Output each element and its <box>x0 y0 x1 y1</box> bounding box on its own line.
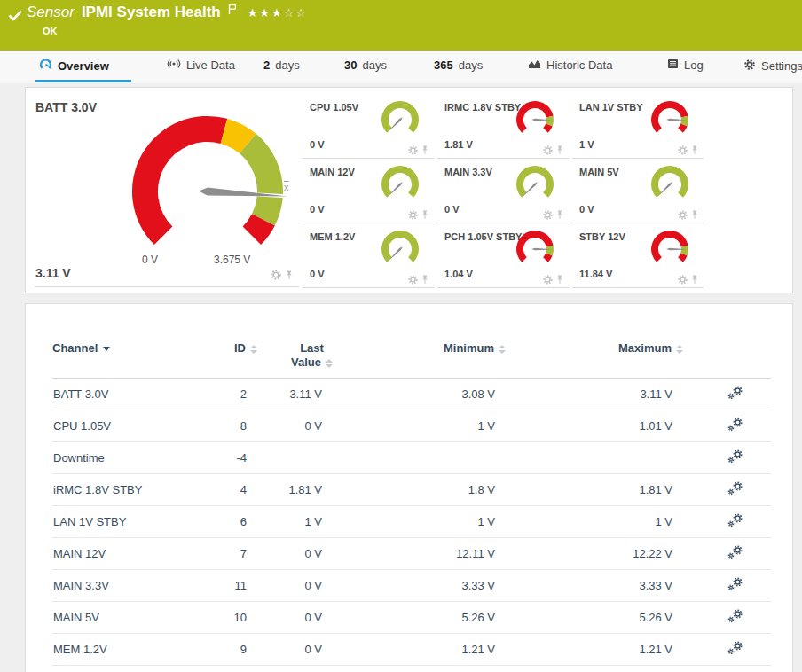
panel-actions <box>408 210 429 220</box>
tab-365-days[interactable]: 365days <box>434 59 483 72</box>
pin-icon[interactable] <box>690 275 699 285</box>
pin-icon[interactable] <box>555 275 564 285</box>
cell-id: 10 <box>208 602 259 634</box>
gear-icon[interactable] <box>271 270 281 280</box>
channel-settings-icon[interactable] <box>727 609 743 623</box>
gauge-panel: PCH 1.05V STBY1.04 V <box>437 226 569 288</box>
tab-30-days[interactable]: 30days <box>344 59 387 72</box>
channel-settings-icon[interactable] <box>727 545 743 559</box>
gauge-panel: MAIN 3.3V0 V <box>437 161 569 223</box>
gauge-value: 0 V <box>310 269 325 279</box>
channel-settings-button[interactable] <box>685 410 771 442</box>
gear-icon[interactable] <box>543 145 553 155</box>
priority-stars[interactable]: ★★★☆☆ <box>248 6 308 20</box>
small-gauge <box>649 230 691 272</box>
page-title: IPMI System Health <box>82 4 221 21</box>
column-header-channel[interactable]: Channel <box>52 341 208 379</box>
stars-empty[interactable]: ☆☆ <box>284 6 308 20</box>
panel-actions <box>678 145 699 155</box>
cell-last: 1.81 V <box>259 474 334 506</box>
favorite-flag-icon[interactable] <box>228 4 237 15</box>
channel-settings-icon[interactable] <box>727 513 743 527</box>
channel-settings-button[interactable] <box>685 506 771 538</box>
table-row: LAN 1V STBY61 V1 V1 V <box>52 506 771 538</box>
cell-id: 9 <box>208 634 259 666</box>
table-row: CPU 1.05V80 V1 V1.01 V <box>52 410 771 442</box>
channel-settings-button[interactable] <box>685 538 771 570</box>
pin-icon[interactable] <box>421 145 429 155</box>
channel-settings-button[interactable] <box>685 666 771 672</box>
gauge-title: MAIN 12V <box>310 167 355 177</box>
channel-settings-button[interactable] <box>685 634 771 666</box>
cell-max: 1 V <box>507 506 685 538</box>
tab-historic-data[interactable]: Historic Data <box>528 59 612 72</box>
pin-icon[interactable] <box>555 210 564 220</box>
cell-min <box>334 442 507 474</box>
gauge-arc <box>379 230 421 269</box>
tab-bar: Overview Live Data 2days 30days 365days … <box>0 51 802 83</box>
channel-settings-button[interactable] <box>685 474 771 506</box>
channel-settings-button[interactable] <box>685 379 771 410</box>
active-tab-underline <box>35 80 131 82</box>
pin-icon[interactable] <box>690 145 699 155</box>
channel-settings-icon[interactable] <box>727 641 743 655</box>
column-header-minimum[interactable]: Minimum <box>334 341 507 379</box>
channel-settings-icon[interactable] <box>727 577 743 591</box>
pin-icon[interactable] <box>555 145 564 155</box>
channel-settings-button[interactable] <box>685 442 771 474</box>
cell-min: 12.11 V <box>334 538 507 570</box>
gauge-arc <box>514 165 556 204</box>
table-row: iRMC 1.8V STBY41.81 V1.8 V1.81 V <box>52 474 771 506</box>
chart-icon <box>528 59 541 72</box>
gauge-title: MEM 1.2V <box>310 231 355 242</box>
pin-icon[interactable] <box>690 210 699 220</box>
tab-settings[interactable]: Settings <box>743 59 802 74</box>
pin-icon[interactable] <box>421 210 429 220</box>
gear-icon[interactable] <box>678 275 688 285</box>
gear-icon[interactable] <box>678 145 688 155</box>
column-header-last-value[interactable]: Last Value <box>259 341 334 379</box>
channel-settings-button[interactable] <box>685 570 771 602</box>
channel-settings-button[interactable] <box>685 602 771 634</box>
tab-log[interactable]: Log <box>667 59 704 72</box>
stars-filled[interactable]: ★★★ <box>248 6 284 20</box>
channel-settings-icon[interactable] <box>727 481 743 496</box>
cell-channel: MAIN 5V <box>52 602 208 634</box>
gauge-arc <box>514 230 556 269</box>
column-header-maximum[interactable]: Maximum <box>507 341 685 379</box>
gear-icon[interactable] <box>408 145 418 155</box>
column-header-id[interactable]: ID <box>208 341 259 379</box>
cell-channel: LAN 1V STBY <box>52 506 208 538</box>
tab-live-data[interactable]: Live Data <box>167 59 235 72</box>
status-badge: OK <box>43 26 58 36</box>
cell-max: 12.22 V <box>507 538 685 570</box>
tab-2-days[interactable]: 2days <box>263 59 300 72</box>
broadcast-icon <box>167 59 181 72</box>
table-row: MAIN 12V70 V12.11 V12.22 V <box>52 538 771 570</box>
gauge-panel: LAN 1V STBY1 V <box>572 97 704 159</box>
cell-id: 4 <box>208 474 259 506</box>
sort-icon <box>676 345 683 354</box>
cell-last <box>259 442 334 474</box>
panel-actions <box>271 270 294 280</box>
gauge-icon <box>39 59 52 73</box>
channel-settings-icon[interactable] <box>727 449 743 464</box>
gauge-value: 0 V <box>444 204 460 215</box>
small-gauge <box>379 230 421 272</box>
gear-icon[interactable] <box>408 275 418 285</box>
tab-overview[interactable]: Overview <box>39 59 109 73</box>
pin-icon[interactable] <box>285 270 294 280</box>
pin-icon[interactable] <box>421 275 429 285</box>
gear-icon[interactable] <box>678 210 688 220</box>
channel-settings-icon[interactable] <box>727 418 743 432</box>
gauge-title: CPU 1.05V <box>310 102 358 113</box>
channel-settings-icon[interactable] <box>727 386 743 400</box>
gear-icon[interactable] <box>408 210 418 220</box>
gear-icon[interactable] <box>543 275 553 285</box>
gear-icon[interactable] <box>543 210 553 220</box>
average-marker: x <box>284 182 289 192</box>
cell-id: 5 <box>208 666 259 672</box>
gauge-arc <box>125 104 295 262</box>
gauge-value: 3.11 V <box>35 266 71 280</box>
cell-channel: Downtime <box>52 442 208 474</box>
